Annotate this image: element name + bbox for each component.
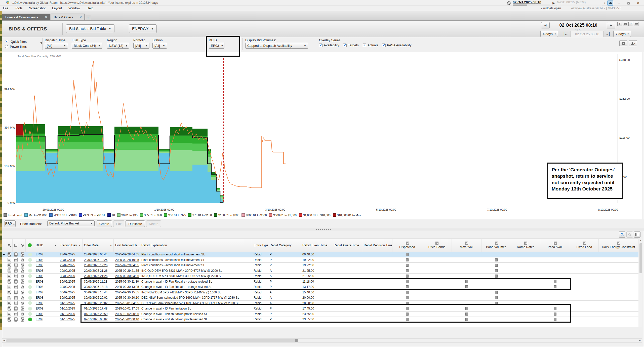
table-grid-icon[interactable] xyxy=(634,232,640,238)
bid-stack-chart[interactable] xyxy=(16,54,618,206)
cell-first_interval[interactable]: 2025-10-02 00:05 xyxy=(114,312,140,317)
menu-item-window[interactable]: Window xyxy=(67,6,81,10)
row-detail-button[interactable] xyxy=(14,312,18,316)
column-header-explanation[interactable]: Rebid Explanation xyxy=(140,239,252,252)
cell-trading_day[interactable]: 30/09/2025 xyxy=(58,284,83,290)
region-filter-dropdown[interactable]: NSW (12)▼ xyxy=(107,43,129,49)
camera-icon[interactable] xyxy=(623,22,627,26)
cell-offer_date[interactable]: 01/10/2025 23:59 xyxy=(83,312,114,317)
cell-duid[interactable]: ER03 xyxy=(34,312,58,317)
dispatched-marker[interactable] xyxy=(406,264,409,267)
row-history-button[interactable] xyxy=(21,252,24,257)
cell-offer_date[interactable]: 28/09/2025 00:44 xyxy=(83,252,114,257)
table-row[interactable]: ▶ER0328/09/202528/09/2025 00:442025-09-2… xyxy=(2,252,638,257)
cell-offer_date[interactable]: 29/09/2025 21:26 xyxy=(83,268,114,274)
row-search-button[interactable] xyxy=(8,274,11,278)
cell-trading_day[interactable]: 30/09/2025 xyxy=(58,295,83,300)
cell-duid[interactable]: ER03 xyxy=(34,290,58,295)
dispatched-marker[interactable] xyxy=(406,302,409,305)
scroll-right-icon[interactable]: ▶ xyxy=(639,339,641,342)
column-header-daily_energy[interactable]: Daily Energy Constraint xyxy=(599,239,638,252)
row-detail-button[interactable] xyxy=(14,290,18,294)
minimize-button[interactable]: – xyxy=(615,1,623,5)
cell-trading_day[interactable]: 28/09/2025 xyxy=(58,252,83,257)
column-header-ramp_rates[interactable]: Ramp Rates xyxy=(511,239,540,252)
cell-duid[interactable]: ER03 xyxy=(34,274,58,279)
row-search-button[interactable] xyxy=(8,290,11,294)
tab-forecast-convergence[interactable]: Forecast Convergence✕ xyxy=(2,14,50,20)
table-row[interactable]: ER0329/09/202528/09/2025 19:262025-09-29… xyxy=(2,263,638,268)
new-tab-button[interactable]: + xyxy=(85,15,91,20)
band_volumes-marker[interactable] xyxy=(495,302,498,305)
cell-first_interval[interactable]: 2025-09-30 15:55 xyxy=(114,290,140,295)
row-detail-button[interactable] xyxy=(14,301,18,305)
band_volumes-marker[interactable] xyxy=(495,258,498,261)
close-button[interactable]: ✕ xyxy=(634,1,642,5)
cell-trading_day[interactable]: 29/09/2025 xyxy=(58,268,83,274)
column-header-max_avail[interactable]: Max Avail xyxy=(452,239,481,252)
row-detail-button[interactable] xyxy=(14,285,18,289)
column-header-fixed_load[interactable]: Fixed Load xyxy=(570,239,599,252)
row-detail-button[interactable] xyxy=(14,274,18,278)
cell-duid[interactable]: ER03 xyxy=(34,295,58,300)
row-expander[interactable] xyxy=(2,317,6,322)
prev-period-button[interactable]: ◀ xyxy=(541,22,550,28)
clock-datetime[interactable]: 02 Oct 2025 08:10 xyxy=(513,0,541,4)
close-icon[interactable]: ✕ xyxy=(79,16,82,19)
portfolio-filter-dropdown[interactable]: [All]▼ xyxy=(133,43,149,49)
cell-first_interval[interactable]: 2025-09-30 04:05 xyxy=(114,274,140,279)
row-history-button[interactable] xyxy=(21,263,24,267)
duid-filter-dropdown[interactable]: ER03▼ xyxy=(209,43,224,49)
scrollbar-thumb[interactable] xyxy=(6,339,296,342)
row-history-button[interactable] xyxy=(21,290,24,294)
band_volumes-marker[interactable] xyxy=(495,291,498,294)
as-at-datetime[interactable]: 02 Oct 2025 08:10 xyxy=(552,23,604,28)
cell-duid[interactable]: ER03 xyxy=(34,284,58,290)
row-expander[interactable] xyxy=(2,312,6,317)
comment-icon[interactable] xyxy=(634,22,638,26)
row-history-button[interactable] xyxy=(21,312,24,316)
band_volumes-marker[interactable] xyxy=(495,275,498,278)
forward-range-dropdown[interactable]: 7 days▾ xyxy=(613,31,631,37)
row-expander[interactable] xyxy=(2,301,6,306)
menu-item-help[interactable]: Help xyxy=(86,6,94,10)
cell-trading_day[interactable]: 01/10/2025 xyxy=(58,301,83,306)
cell-duid[interactable]: ER03 xyxy=(34,279,58,284)
dispatched-marker[interactable] xyxy=(406,275,409,278)
row-detail-button[interactable] xyxy=(14,279,18,284)
dispatched-marker[interactable] xyxy=(406,280,409,283)
menu-item-layout[interactable]: Layout xyxy=(51,6,63,10)
cell-offer_date[interactable]: 30/09/2025 11:23 xyxy=(83,279,114,284)
row-detail-button[interactable] xyxy=(14,263,18,267)
table-vertical-scrollbar[interactable]: ▲ xyxy=(639,239,642,327)
band_volumes-marker[interactable] xyxy=(495,269,498,272)
rrp-toggle-button[interactable]: RRP▲ xyxy=(5,220,16,227)
column-header-category[interactable]: Rebid Category xyxy=(268,239,301,252)
dispatched-marker[interactable] xyxy=(406,296,409,299)
cell-first_interval[interactable]: 2025-09-29 21:35 xyxy=(114,268,140,274)
cell-duid[interactable]: ER03 xyxy=(34,252,58,257)
row-history-button[interactable] xyxy=(21,268,24,273)
dispatched-marker[interactable] xyxy=(406,291,409,294)
row-detail-button[interactable] xyxy=(14,306,18,311)
menu-item-file[interactable]: File xyxy=(2,6,9,10)
column-header-first_interval[interactable]: First Interval Us... xyxy=(114,239,140,252)
row-history-button[interactable] xyxy=(21,317,24,322)
table-row[interactable]: ER0329/09/202529/09/2025 21:262025-09-29… xyxy=(2,268,638,274)
row-expander[interactable] xyxy=(2,257,6,263)
dispatched-marker[interactable] xyxy=(406,313,409,316)
column-header-decision_time[interactable]: Rebid Decision Time xyxy=(362,239,392,252)
power-filter-option[interactable]: Power filter: xyxy=(5,45,27,49)
row-history-button[interactable] xyxy=(21,301,24,305)
cell-offer_date[interactable]: 30/09/2025 20:02 xyxy=(83,295,114,300)
max_avail-marker[interactable] xyxy=(465,285,468,288)
cell-duid[interactable]: ER03 xyxy=(34,301,58,306)
cell-first_interval[interactable]: 2025-10-01 04:05 xyxy=(114,301,140,306)
mute-icon[interactable] xyxy=(607,1,613,6)
close-icon[interactable]: ✕ xyxy=(45,16,47,19)
scrollbar-thumb[interactable] xyxy=(639,243,642,273)
favourite-icon[interactable]: ★ xyxy=(617,22,622,26)
cell-first_interval[interactable]: 2025-09-28 04:05 xyxy=(114,252,140,257)
pasa_avail-marker[interactable] xyxy=(554,280,556,283)
cell-offer_date[interactable]: 30/09/2025 20:02 xyxy=(83,301,114,306)
